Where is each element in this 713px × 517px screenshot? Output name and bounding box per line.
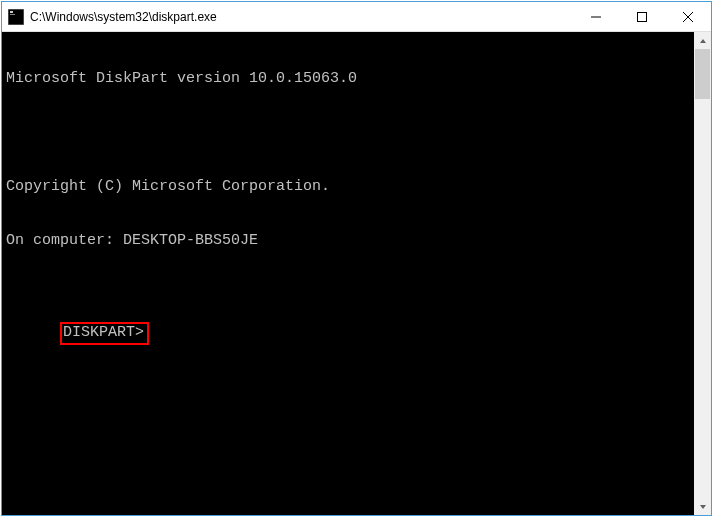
console-blank [6, 286, 690, 304]
svg-marker-8 [700, 505, 706, 509]
titlebar[interactable]: C:\Windows\system32\diskpart.exe [2, 2, 711, 32]
console-line: Microsoft DiskPart version 10.0.15063.0 [6, 70, 690, 88]
scroll-down-icon[interactable] [694, 498, 711, 515]
console-prompt: DISKPART> [60, 322, 149, 345]
window-title: C:\Windows\system32\diskpart.exe [30, 10, 573, 24]
vertical-scrollbar[interactable] [694, 32, 711, 515]
svg-marker-7 [700, 39, 706, 43]
svg-rect-1 [10, 11, 13, 13]
svg-rect-4 [638, 13, 647, 22]
console-output[interactable]: Microsoft DiskPart version 10.0.15063.0 … [2, 32, 694, 515]
console-line: On computer: DESKTOP-BBS50JE [6, 232, 690, 250]
console-line: Copyright (C) Microsoft Corporation. [6, 178, 690, 196]
close-button[interactable] [665, 2, 711, 32]
console-blank [6, 124, 690, 142]
maximize-button[interactable] [619, 2, 665, 32]
console-window: C:\Windows\system32\diskpart.exe Microso… [1, 1, 712, 516]
app-icon [8, 9, 24, 25]
scroll-thumb[interactable] [695, 49, 710, 99]
client-area: Microsoft DiskPart version 10.0.15063.0 … [2, 32, 711, 515]
svg-rect-2 [10, 14, 15, 15]
prompt-wrapper: DISKPART> [60, 322, 162, 345]
window-controls [573, 2, 711, 31]
scroll-up-icon[interactable] [694, 32, 711, 49]
minimize-button[interactable] [573, 2, 619, 32]
